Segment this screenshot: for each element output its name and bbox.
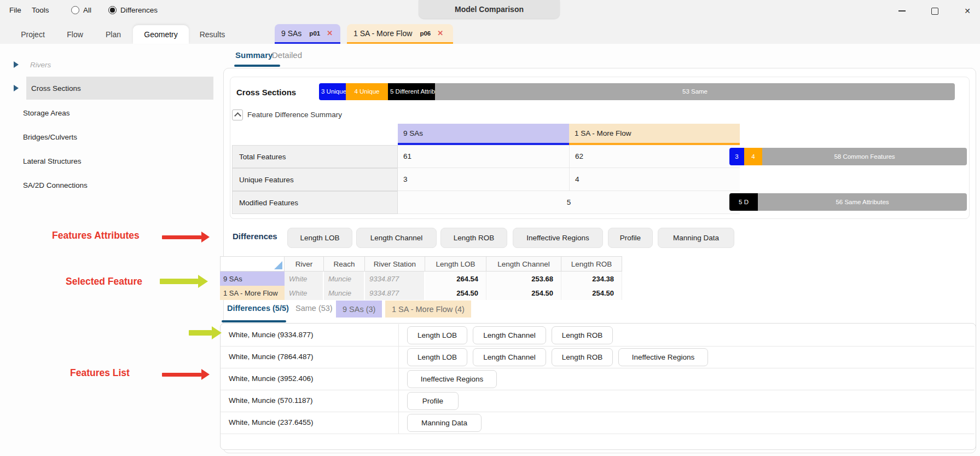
column-header-river[interactable]: River: [285, 256, 324, 272]
model-tab-9sas[interactable]: 9 SAs p01 ✕: [275, 24, 340, 44]
bar-segment-unique-right: 4 Unique: [346, 83, 388, 100]
feature-name[interactable]: White, Muncie (237.6455): [229, 418, 314, 426]
expand-arrow-icon[interactable]: [14, 85, 19, 91]
feature-name[interactable]: White, Muncie (9334.877): [229, 331, 314, 339]
section-title-cross-sections: Cross Sections: [236, 88, 296, 97]
bar-segment-common-features: 58 Common Features: [762, 148, 967, 165]
total-features-9sas: 61: [398, 145, 569, 168]
active-subtab-underline: [222, 320, 286, 322]
maximize-icon: [931, 8, 938, 15]
annotation-features-attributes: Features Attributes: [52, 230, 140, 241]
attribute-filter-length-channel[interactable]: Length Channel: [356, 228, 437, 248]
attribute-button-ineffective-regions[interactable]: Ineffective Regions: [618, 348, 708, 366]
column-header-river-station[interactable]: River Station: [365, 256, 425, 272]
section-title-differences: Differences: [233, 232, 277, 241]
red-arrow: [162, 232, 210, 243]
collapse-button[interactable]: [232, 109, 243, 120]
minimize-button[interactable]: [893, 4, 911, 18]
column-header-length-channel[interactable]: Length Channel: [486, 256, 561, 272]
tab-detailed[interactable]: Detailed: [272, 50, 302, 60]
attribute-filter-length-lob[interactable]: Length LOB: [287, 228, 352, 248]
sidebar-item-storage-areas[interactable]: Storage Areas: [23, 109, 70, 117]
maximize-button[interactable]: [926, 4, 943, 18]
red-arrow: [162, 369, 210, 380]
yellow-arrow: [189, 326, 222, 339]
attribute-button-length-channel[interactable]: Length Channel: [473, 348, 546, 366]
attr-row-model-name[interactable]: 9 SAs: [220, 272, 285, 286]
subtab-1sa-more-flow[interactable]: 1 SA - More Flow (4): [385, 301, 471, 318]
model-tab-1sa-more-flow[interactable]: 1 SA - More Flow p06 ✕: [347, 24, 453, 44]
feature-difference-summary-label: Feature Difference Summary: [247, 111, 342, 119]
attribute-filter-length-rob[interactable]: Length ROB: [440, 228, 507, 248]
cross-sections-comparison-bar: 3 Unique 4 Unique 5 Different Attributes…: [319, 83, 955, 100]
sort-icon[interactable]: [274, 261, 282, 269]
subtab-9sas[interactable]: 9 SAs (3): [336, 301, 382, 318]
attribute-button-length-channel[interactable]: Length Channel: [473, 326, 546, 344]
total-features-1sa: 62: [569, 145, 740, 168]
feature-name[interactable]: White, Muncie (3952.406): [229, 374, 314, 383]
tab-summary[interactable]: Summary: [235, 50, 272, 60]
attribute-button-ineffective-regions[interactable]: Ineffective Regions: [407, 370, 497, 388]
radio-all-label[interactable]: All: [83, 6, 91, 14]
tab-plan[interactable]: Plan: [97, 25, 130, 44]
row-divider: [221, 368, 975, 368]
unique-features-1sa: 4: [569, 168, 740, 191]
close-button[interactable]: ✕: [959, 4, 976, 18]
chevron-up-icon: [234, 112, 241, 119]
radio-differences-label[interactable]: Differences: [120, 6, 158, 14]
feature-name[interactable]: White, Muncie (7864.487): [229, 353, 314, 361]
cell-river: White: [285, 286, 324, 300]
feature-name[interactable]: White, Muncie (570.1187): [229, 396, 313, 405]
radio-all[interactable]: [71, 6, 79, 14]
column-header-length-rob[interactable]: Length ROB: [561, 256, 622, 272]
attribute-button-length-rob[interactable]: Length ROB: [552, 348, 613, 366]
annotation-selected-feature: Selected Feature: [66, 276, 142, 287]
tab-project[interactable]: Project: [16, 25, 49, 44]
row-label-modified-features: Modified Features: [232, 191, 398, 214]
attribute-button-length-rob[interactable]: Length ROB: [552, 326, 613, 344]
attr-row-model-name[interactable]: 1 SA - More Flow: [220, 286, 285, 300]
subtab-same[interactable]: Same (53): [295, 304, 333, 313]
attribute-button-manning-data[interactable]: Manning Data: [407, 414, 482, 432]
row-divider: [221, 434, 975, 434]
window-title: Model Comparison: [419, 0, 560, 19]
column-header-length-lob[interactable]: Length LOB: [425, 256, 486, 272]
row-label-unique-features: Unique Features: [232, 168, 398, 191]
close-tab-icon[interactable]: ✕: [437, 29, 443, 37]
bar-segment-different-count: 5 D: [729, 193, 758, 211]
attribute-filter-manning-data[interactable]: Manning Data: [658, 228, 734, 248]
row-divider: [221, 412, 975, 412]
attribute-button-profile[interactable]: Profile: [407, 392, 459, 410]
attribute-filter-ineffective-regions[interactable]: Ineffective Regions: [513, 228, 603, 248]
sidebar-item-bridges-culverts[interactable]: Bridges/Culverts: [23, 133, 77, 141]
expand-arrow-icon[interactable]: [14, 61, 19, 68]
column-header-reach[interactable]: Reach: [324, 256, 365, 272]
radio-differences[interactable]: [108, 6, 117, 14]
sidebar-item-cross-sections[interactable]: Cross Sections: [31, 84, 81, 93]
sidebar-item-lateral-structures[interactable]: Lateral Structures: [23, 157, 82, 165]
bar-segment-unique-right-count: 4: [744, 148, 762, 165]
row-label-total-features: Total Features: [232, 145, 398, 168]
tab-geometry[interactable]: Geometry: [133, 25, 189, 44]
tab-results[interactable]: Results: [196, 25, 229, 44]
sidebar-item-sa-2d-connections[interactable]: SA/2D Connections: [23, 181, 88, 189]
attribute-button-length-lob[interactable]: Length LOB: [407, 326, 467, 344]
model-tab-label: 9 SAs: [281, 29, 301, 38]
cell-river: White: [285, 272, 324, 286]
sidebar-item-rivers[interactable]: Rivers: [30, 61, 51, 69]
tab-flow[interactable]: Flow: [59, 25, 91, 44]
attr-table-corner-header[interactable]: [220, 256, 285, 272]
attribute-filter-profile[interactable]: Profile: [608, 228, 653, 248]
subtab-differences[interactable]: Differences (5/5): [227, 304, 289, 313]
cell-reach: Muncie: [324, 272, 365, 286]
menu-tools[interactable]: Tools: [32, 6, 49, 14]
close-tab-icon[interactable]: ✕: [327, 29, 333, 37]
attribute-button-length-lob[interactable]: Length LOB: [407, 348, 467, 366]
column-header-9sas: 9 SAs: [398, 124, 569, 145]
row-divider: [221, 346, 975, 347]
yellow-arrow: [160, 275, 208, 288]
cell-length-lob: 254.50: [425, 286, 486, 300]
cell-river-station: 9334.877: [365, 272, 425, 286]
menu-file[interactable]: File: [9, 6, 21, 14]
cell-river-station: 9334.877: [365, 286, 425, 300]
